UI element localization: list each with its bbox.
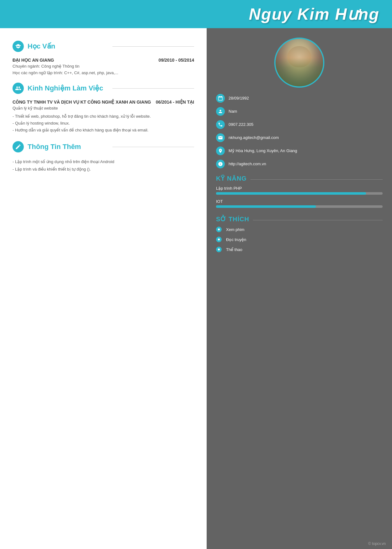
hobby-2: Đọc truyện <box>216 237 383 242</box>
right-column: 28/09/1992 Nam 0907.222.305 <box>207 28 392 549</box>
additional-line <box>112 147 194 147</box>
work-date: 06/2014 - HIỆN TẠI <box>156 100 194 105</box>
calendar-icon <box>218 96 223 101</box>
experience-icon <box>13 83 24 94</box>
work-role: Quản lý kỹ thuật website <box>13 106 194 110</box>
experience-header: Kinh Nghiệm Làm Việc <box>13 83 194 94</box>
skill-iot-bar-bg <box>216 205 383 208</box>
personal-info-list: 28/09/1992 Nam 0907.222.305 <box>216 94 383 168</box>
hobby-text-2: Đọc truyện <box>226 237 246 242</box>
info-phone: 0907.222.305 <box>216 120 383 129</box>
work-desc-2: - Quản lý hosting window, linux. <box>13 120 194 127</box>
hobby-text-3: Thể thao <box>226 247 242 252</box>
experience-title: Kinh Nghiệm Làm Việc <box>28 84 109 92</box>
work-row: 06/2014 - HIỆN TẠI CÔNG TY TNHH TV VÀ DỊ… <box>13 100 194 106</box>
education-icon <box>13 41 24 52</box>
dob-text: 28/09/1992 <box>229 94 383 101</box>
profile-photo <box>274 38 324 88</box>
education-header: Học Vấn <box>13 41 194 52</box>
experience-line <box>112 88 194 89</box>
additional-header: Thông Tin Thêm <box>13 141 194 152</box>
gender-icon <box>216 107 225 116</box>
website-text: http://agitech.com.vn <box>229 160 383 167</box>
work-icon <box>15 85 21 91</box>
header: Nguy Kim Hưng <box>0 0 392 28</box>
education-line <box>112 46 194 47</box>
phone-text: 0907.222.305 <box>229 120 383 128</box>
hobby-1: Xem phim <box>216 227 383 232</box>
education-section: Học Vấn 09/2010 - 05/2014 ĐẠI HỌC AN GIA… <box>13 41 194 75</box>
phone-icon <box>216 120 225 129</box>
skill-php-name: Lập trình PHP <box>216 186 383 191</box>
info-dob: 28/09/1992 <box>216 94 383 103</box>
skills-section: KỸ NĂNG Lập trình PHP IOT <box>216 175 383 208</box>
experience-section: Kinh Nghiệm Làm Việc 06/2014 - HIỆN TẠI … <box>13 83 194 134</box>
hobby-bullet-1 <box>216 227 222 232</box>
hobby-text-1: Xem phim <box>226 227 245 232</box>
profile-photo-inner <box>276 39 323 86</box>
info-website: http://agitech.com.vn <box>216 160 383 168</box>
addon-item-1: - Lập trình một số ứng dụng nhỏ trên điệ… <box>13 158 194 165</box>
skill-php-bar-bg <box>216 192 383 195</box>
skill-iot-bar-fill <box>216 205 316 208</box>
skills-line <box>250 179 383 180</box>
skill-iot: IOT <box>216 199 383 208</box>
address-icon <box>216 146 225 155</box>
edu-detail: Học các ngôn ngữ lập trình: C++, C#, asp… <box>13 70 194 75</box>
footer-text: © topcv.vn <box>368 541 386 546</box>
hobbies-title: SỞ THÍCH <box>216 215 249 223</box>
work-desc-3: - Hướng dẫn và giải quyết vấn đề cho khá… <box>13 127 194 134</box>
location-icon <box>218 148 223 153</box>
website-icon <box>216 160 225 168</box>
hobby-3: Thể thao <box>216 247 383 252</box>
pencil-icon <box>15 144 21 150</box>
skill-php: Lập trình PHP <box>216 186 383 195</box>
info-svg-icon <box>218 162 223 167</box>
info-address: Mỹ Hòa Hưng, Long Xuyên, An Giang <box>216 146 383 155</box>
graduation-icon <box>15 43 21 49</box>
additional-icon <box>13 141 24 152</box>
phone-svg-icon <box>218 122 223 127</box>
additional-title: Thông Tin Thêm <box>28 143 109 151</box>
email-text: nkhung.agitech@gmail.com <box>229 133 383 141</box>
info-email: nkhung.agitech@gmail.com <box>216 133 383 142</box>
address-text: Mỹ Hòa Hưng, Long Xuyên, An Giang <box>229 146 383 154</box>
info-gender: Nam <box>216 107 383 116</box>
gender-text: Nam <box>229 107 383 115</box>
education-title: Học Vấn <box>28 42 109 50</box>
skills-title: KỸ NĂNG <box>216 175 247 182</box>
hobbies-line <box>253 220 383 220</box>
edu-date: 09/2010 - 05/2014 <box>158 58 194 63</box>
edu-row: 09/2010 - 05/2014 ĐẠI HỌC AN GIANG <box>13 58 194 64</box>
main-layout: Học Vấn 09/2010 - 05/2014 ĐẠI HỌC AN GIA… <box>0 28 392 549</box>
hobbies-section: SỞ THÍCH Xem phim Đọc truyện Thể thao <box>216 215 383 252</box>
addon-item-2: - Lập trình và điều khiển thiết bị tự độ… <box>13 166 194 173</box>
email-icon <box>216 133 225 142</box>
left-column: Học Vấn 09/2010 - 05/2014 ĐẠI HỌC AN GIA… <box>0 28 207 549</box>
edu-major: Chuyên ngành: Công nghệ Thông tin <box>13 64 194 69</box>
skill-php-bar-fill <box>216 192 366 195</box>
profile-photo-wrap <box>216 38 383 88</box>
person-icon <box>218 109 223 114</box>
dob-icon <box>216 94 225 103</box>
footer: © topcv.vn <box>368 541 386 546</box>
skill-iot-name: IOT <box>216 199 383 204</box>
additional-section: Thông Tin Thêm - Lập trình một số ứng dụ… <box>13 141 194 173</box>
header-name: Nguy Kim Hưng <box>249 5 379 23</box>
email-svg-icon <box>218 135 223 140</box>
hobby-bullet-2 <box>216 237 222 242</box>
hobby-bullet-3 <box>216 247 222 252</box>
work-desc-1: - Thiết kế web, photoshop, hỗ trợ đăng t… <box>13 113 194 120</box>
